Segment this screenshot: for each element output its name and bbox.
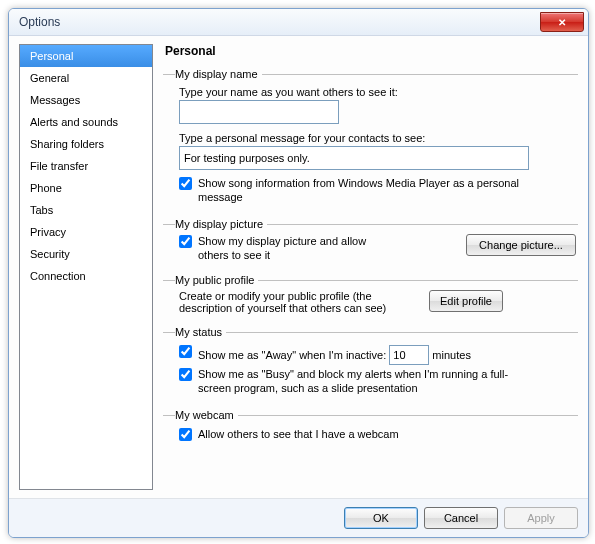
name-prompt: Type your name as you want others to see… [179, 86, 576, 98]
away-checkbox[interactable] [179, 345, 192, 358]
group-public-profile: My public profile Create or modify your … [163, 274, 578, 316]
sidebar-item-tabs[interactable]: Tabs [20, 199, 152, 221]
legend-public-profile: My public profile [175, 274, 258, 286]
sidebar-item-phone[interactable]: Phone [20, 177, 152, 199]
change-picture-button[interactable]: Change picture... [466, 234, 576, 256]
close-icon: ✕ [558, 17, 566, 28]
show-song-label: Show song information from Windows Media… [198, 176, 538, 204]
dialog-buttons: OK Cancel Apply [9, 498, 588, 537]
ok-button[interactable]: OK [344, 507, 418, 529]
titlebar: Options ✕ [9, 9, 588, 36]
group-status: My status Show me as "Away" when I'm ina… [163, 326, 578, 399]
sidebar-item-filetransfer[interactable]: File transfer [20, 155, 152, 177]
message-prompt: Type a personal message for your contact… [179, 132, 576, 144]
sidebar-item-personal[interactable]: Personal [20, 45, 152, 67]
sidebar-item-security[interactable]: Security [20, 243, 152, 265]
legend-status: My status [175, 326, 226, 338]
show-picture-checkbox[interactable] [179, 235, 192, 248]
group-display-name: My display name Type your name as you wa… [163, 68, 578, 208]
category-list: Personal General Messages Alerts and sou… [19, 44, 153, 490]
away-minutes-input[interactable] [389, 345, 429, 365]
group-display-picture: My display picture Show my display pictu… [163, 218, 578, 264]
window-title: Options [19, 15, 60, 29]
public-profile-desc: Create or modify your public profile (th… [179, 290, 419, 314]
busy-label: Show me as "Busy" and block my alerts wh… [198, 367, 528, 395]
legend-display-name: My display name [175, 68, 262, 80]
edit-profile-button[interactable]: Edit profile [429, 290, 503, 312]
options-window: Options ✕ Personal General Messages Aler… [8, 8, 589, 538]
cancel-button[interactable]: Cancel [424, 507, 498, 529]
legend-display-picture: My display picture [175, 218, 267, 230]
group-webcam: My webcam Allow others to see that I hav… [163, 409, 578, 445]
sidebar-item-general[interactable]: General [20, 67, 152, 89]
show-picture-label: Show my display picture and allow others… [198, 234, 398, 262]
sidebar-item-privacy[interactable]: Privacy [20, 221, 152, 243]
webcam-checkbox[interactable] [179, 428, 192, 441]
settings-panel: Personal My display name Type your name … [163, 44, 578, 490]
page-heading: Personal [165, 44, 578, 58]
sidebar-item-alerts[interactable]: Alerts and sounds [20, 111, 152, 133]
show-song-checkbox[interactable] [179, 177, 192, 190]
personal-message-input[interactable] [179, 146, 529, 170]
sidebar-item-messages[interactable]: Messages [20, 89, 152, 111]
close-button[interactable]: ✕ [540, 12, 584, 32]
webcam-label: Allow others to see that I have a webcam [198, 427, 399, 441]
busy-checkbox[interactable] [179, 368, 192, 381]
sidebar-item-sharing[interactable]: Sharing folders [20, 133, 152, 155]
apply-button[interactable]: Apply [504, 507, 578, 529]
display-name-input[interactable] [179, 100, 339, 124]
legend-webcam: My webcam [175, 409, 238, 421]
sidebar-item-connection[interactable]: Connection [20, 265, 152, 287]
away-label: Show me as "Away" when I'm inactive: min… [198, 344, 471, 365]
content-area: Personal General Messages Alerts and sou… [9, 36, 588, 498]
